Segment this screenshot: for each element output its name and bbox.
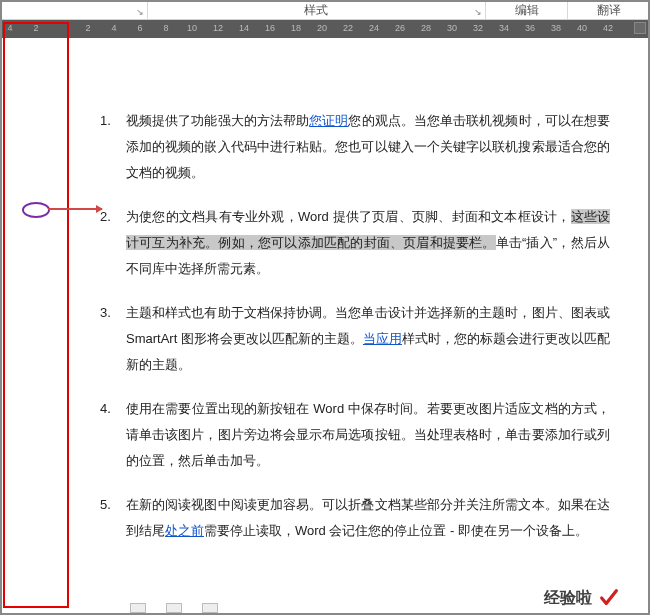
ruler-tick: 28 (421, 23, 431, 33)
list-text[interactable]: 在新的阅读视图中阅读更加容易。可以折叠文档某些部分并关注所需文本。如果在达到结尾… (126, 492, 610, 544)
ruler-tick: 42 (603, 23, 613, 33)
ruler-tick: 32 (473, 23, 483, 33)
hyperlink[interactable]: 处之前 (165, 523, 204, 538)
ruler-tick: 2 (85, 23, 90, 33)
ruler-tick: 22 (343, 23, 353, 33)
dialog-launcher-icon[interactable]: ↘ (474, 7, 482, 17)
status-bar-fragment (130, 603, 218, 613)
list-text[interactable]: 视频提供了功能强大的方法帮助您证明您的观点。当您单击联机视频时，可以在想要添加的… (126, 108, 610, 186)
ribbon: ↘ 样式 ↘ 编辑 翻译 (0, 0, 650, 20)
watermark: 经验啦 (544, 587, 620, 609)
ruler-tick: 8 (163, 23, 168, 33)
list-number: 5. (100, 492, 126, 544)
ruler-tick: 14 (239, 23, 249, 33)
ruler-tick: 2 (33, 23, 38, 33)
ruler-tick: 20 (317, 23, 327, 33)
list-text[interactable]: 主题和样式也有助于文档保持协调。当您单击设计并选择新的主题时，图片、图表或 Sm… (126, 300, 610, 378)
status-icon[interactable] (130, 603, 146, 613)
list-item: 2.为使您的文档具有专业外观，Word 提供了页眉、页脚、封面和文本框设计，这些… (100, 204, 610, 282)
ribbon-seg-left: ↘ (0, 0, 148, 19)
ruler-tick: 4 (7, 23, 12, 33)
list-text[interactable]: 使用在需要位置出现的新按钮在 Word 中保存时间。若要更改图片适应文档的方式，… (126, 396, 610, 474)
ruler-tick: 38 (551, 23, 561, 33)
watermark-brand: 经验啦 (544, 588, 592, 609)
ruler-tick: 10 (187, 23, 197, 33)
list-item: 1.视频提供了功能强大的方法帮助您证明您的观点。当您单击联机视频时，可以在想要添… (100, 108, 610, 186)
ruler-tick: 36 (525, 23, 535, 33)
ruler-tick: 34 (499, 23, 509, 33)
annotation-red-arrow (48, 208, 102, 210)
status-icon[interactable] (202, 603, 218, 613)
ruler-tick: 12 (213, 23, 223, 33)
status-icon[interactable] (166, 603, 182, 613)
list-number: 4. (100, 396, 126, 474)
ribbon-styles-label: 样式 (304, 0, 328, 19)
ribbon-seg-translate[interactable]: 翻译 (568, 0, 650, 19)
ruler-tick: 4 (111, 23, 116, 33)
ruler-tick: 24 (369, 23, 379, 33)
checkmark-icon (598, 587, 620, 609)
ribbon-translate-label: 翻译 (597, 0, 621, 19)
list-item: 4.使用在需要位置出现的新按钮在 Word 中保存时间。若要更改图片适应文档的方… (100, 396, 610, 474)
list-number: 2. (100, 204, 126, 282)
list-item: 5.在新的阅读视图中阅读更加容易。可以折叠文档某些部分并关注所需文本。如果在达到… (100, 492, 610, 544)
ribbon-edit-label: 编辑 (515, 0, 539, 19)
ruler-tick: 16 (265, 23, 275, 33)
list-number: 1. (100, 108, 126, 186)
hyperlink[interactable]: 您证明 (309, 113, 348, 128)
hyperlink[interactable]: 当应用 (363, 331, 402, 346)
view-ruler-button[interactable] (634, 22, 646, 34)
list-text[interactable]: 为使您的文档具有专业外观，Word 提供了页眉、页脚、封面和文本框设计，这些设计… (126, 204, 610, 282)
document-body[interactable]: 1.视频提供了功能强大的方法帮助您证明您的观点。当您单击联机视频时，可以在想要添… (0, 38, 650, 582)
ruler-tick: 40 (577, 23, 587, 33)
ruler-tick: 30 (447, 23, 457, 33)
list-number: 3. (100, 300, 126, 378)
highlighted-text[interactable]: 这些设计可互为补充。例如，您可以添加匹配的封面、页眉和提要栏。 (126, 209, 610, 250)
ruler-tick: 26 (395, 23, 405, 33)
ruler-tick: 18 (291, 23, 301, 33)
list-item: 3.主题和样式也有助于文档保持协调。当您单击设计并选择新的主题时，图片、图表或 … (100, 300, 610, 378)
horizontal-ruler[interactable]: 4224681012141618202224262830323436384042 (0, 20, 650, 38)
ribbon-seg-edit[interactable]: 编辑 (486, 0, 569, 19)
ruler-tick: 6 (137, 23, 142, 33)
ribbon-seg-styles[interactable]: 样式 ↘ (148, 0, 486, 19)
dialog-launcher-icon[interactable]: ↘ (136, 7, 144, 17)
annotation-purple-ellipse (22, 202, 50, 218)
